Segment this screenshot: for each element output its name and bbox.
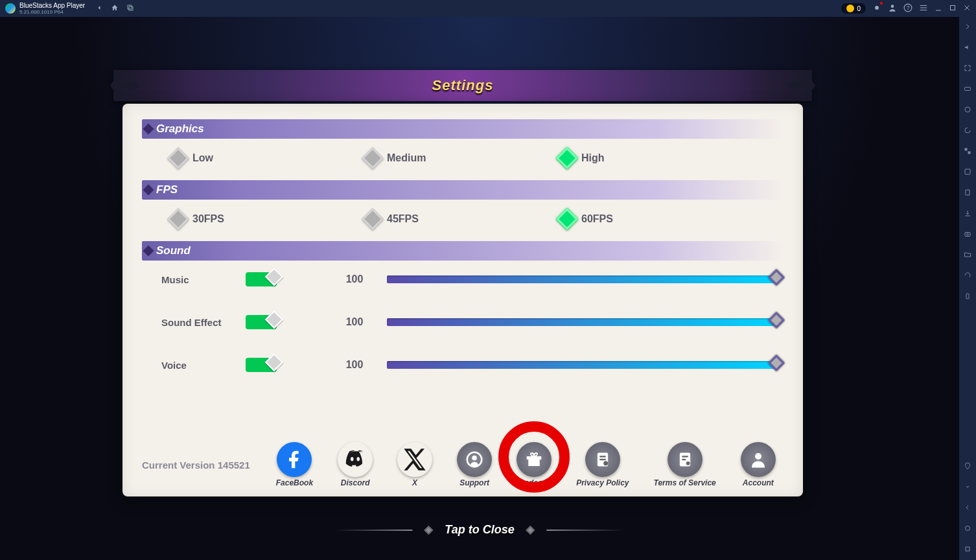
music-row: Music 100 [142,272,784,286]
nav-home-icon[interactable] [963,524,972,533]
help-icon[interactable]: ? [903,3,912,14]
memory-trim-icon[interactable] [963,188,972,197]
facebook-icon [277,442,312,477]
sfx-slider[interactable] [387,318,777,326]
titlebar-nav [95,4,134,13]
macro-icon[interactable] [963,167,972,176]
social-label: Redeem [519,478,550,487]
music-toggle[interactable] [246,272,277,286]
social-row: FaceBook Discord X Support [276,442,776,487]
graphics-header: Graphics [142,119,784,139]
multi-instance-icon[interactable] [963,146,972,156]
support-button[interactable]: Support [457,442,492,487]
discord-button[interactable]: Discord [338,442,373,487]
screenshot-icon[interactable] [963,229,972,239]
x-icon [397,442,432,477]
menu-icon[interactable] [919,3,928,14]
toggle-thumb-icon [265,353,283,371]
collapse-icon[interactable] [963,22,972,31]
nav-back-icon[interactable] [963,503,972,512]
svg-point-23 [603,461,608,465]
social-label: Account [743,478,774,487]
rotate-icon[interactable] [963,271,972,280]
nav-recents-icon[interactable] [963,544,972,554]
slider-knob-icon [768,269,784,285]
discord-icon [338,442,373,477]
app-version-sub: 5.21.600.1019 P64 [19,9,85,15]
app-title-block: BlueStacks App Player 5.21.600.1019 P64 [19,2,85,15]
settings-card: Graphics Low Medium High FPS 30FPS 45FPS… [122,104,803,496]
option-label: Low [192,152,213,164]
option-label: High [581,152,605,164]
minimize-icon[interactable] [935,4,942,13]
privacy-button[interactable]: Privacy Policy [576,442,629,487]
fps-option-60[interactable]: 60FPS [559,211,754,227]
shake-icon[interactable] [963,292,972,301]
svg-rect-7 [965,148,968,151]
graphics-option-high[interactable]: High [559,150,754,166]
settings-header: Settings [113,70,812,101]
radio-icon [556,208,578,230]
decor-line-icon [547,530,625,531]
coin-counter[interactable]: 0 [841,3,866,14]
account-icon[interactable] [888,3,897,14]
home-icon[interactable] [111,4,119,13]
fps-option-45[interactable]: 45FPS [365,211,559,227]
music-slider[interactable] [387,275,777,283]
graphics-option-low[interactable]: Low [170,150,365,166]
close-icon[interactable] [963,4,971,13]
redeem-button[interactable]: Redeem [517,442,552,487]
svg-point-11 [967,233,969,235]
location-icon[interactable] [963,461,972,471]
social-label: Terms of Service [654,478,716,487]
svg-rect-5 [965,88,971,91]
tos-button[interactable]: Terms of Service [654,442,716,487]
maximize-icon[interactable] [949,4,957,13]
sync-icon[interactable] [963,126,972,135]
sound-label: Sound [156,244,191,257]
radio-icon [167,208,189,230]
media-folder-icon[interactable] [963,250,972,259]
toggle-thumb-icon [265,268,283,286]
decor-diamond-icon [424,525,433,534]
recents-icon[interactable] [126,4,134,13]
svg-point-6 [965,107,970,112]
fullscreen-icon[interactable] [963,64,972,73]
sfx-label: Sound Effect [161,317,246,328]
option-label: 60FPS [581,213,613,225]
svg-rect-26 [682,459,686,460]
lock-cursor-icon[interactable] [963,105,972,114]
sfx-toggle[interactable] [246,315,277,329]
keymap-icon[interactable] [963,84,972,93]
voice-slider[interactable] [387,361,777,369]
graphics-options: Low Medium High [142,150,784,166]
notifications-icon[interactable] [872,3,881,14]
back-icon[interactable] [95,4,103,13]
account-icon [741,442,776,477]
fps-options: 30FPS 45FPS 60FPS [142,211,784,227]
social-label: Discord [341,478,370,487]
account-button[interactable]: Account [741,442,776,487]
fps-option-30[interactable]: 30FPS [170,211,365,227]
svg-rect-22 [599,459,605,460]
ornament-right-icon [780,70,819,101]
volume-icon[interactable] [963,43,972,52]
settings-title: Settings [432,77,494,94]
redeem-icon [517,442,552,477]
graphics-option-medium[interactable]: Medium [365,150,559,166]
social-label: Privacy Policy [576,478,629,487]
tap-to-close-button[interactable]: Tap to Close [334,523,624,537]
svg-rect-4 [951,6,955,10]
more-icon[interactable] [963,482,972,491]
svg-rect-9 [965,169,970,174]
voice-toggle[interactable] [246,358,277,372]
facebook-button[interactable]: FaceBook [276,442,313,487]
bluestacks-side-toolbar [959,17,976,560]
tos-icon [668,442,703,477]
install-apk-icon[interactable] [963,209,972,218]
x-button[interactable]: X [397,442,432,487]
radio-icon [556,147,578,169]
option-label: 45FPS [387,213,419,225]
coin-count: 0 [857,5,861,12]
graphics-label: Graphics [156,122,204,135]
